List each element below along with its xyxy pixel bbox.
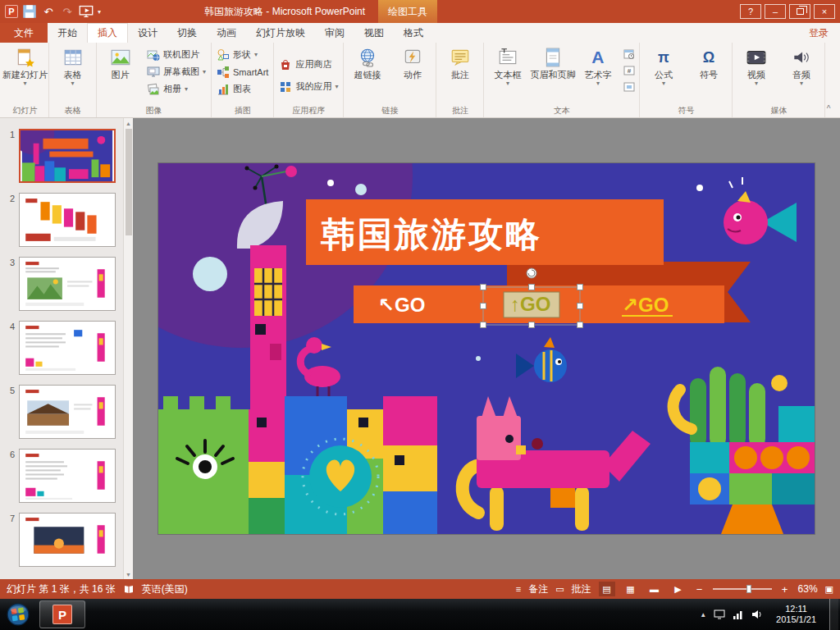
close-button[interactable]: × <box>814 4 835 19</box>
start-slideshow-button[interactable] <box>79 4 94 19</box>
show-desktop-button[interactable] <box>829 599 838 630</box>
thumbnail-preview[interactable] <box>19 513 116 567</box>
screenshot-button[interactable]: 屏幕截图 ▾ <box>143 63 210 80</box>
taskbar-powerpoint-button[interactable]: P <box>39 600 85 628</box>
thumbnail-preview[interactable] <box>19 257 116 311</box>
fit-to-window-button[interactable]: ▣ <box>825 585 833 594</box>
language-indicator[interactable]: 英语(美国) <box>142 582 188 596</box>
slide-thumbnail-2[interactable]: 2 <box>0 193 123 247</box>
textbox-button[interactable]: 文本框 ▾ <box>485 43 530 105</box>
slide-thumbnail-7[interactable]: 7 <box>0 513 123 567</box>
taskbar-clock[interactable]: 12:11 2015/1/21 <box>770 604 822 625</box>
scroll-down-icon[interactable]: ▼ <box>124 569 133 579</box>
slide-title[interactable]: 韩国旅游攻略 <box>320 215 542 253</box>
action-button[interactable]: 动作 <box>390 43 435 105</box>
tab-review[interactable]: 审阅 <box>315 23 354 43</box>
sign-in-link[interactable]: 登录 <box>797 23 840 43</box>
slide-thumbnail-4[interactable]: 4 <box>0 321 123 375</box>
zoom-slider-thumb[interactable] <box>746 585 751 593</box>
thumbnail-preview[interactable] <box>19 129 116 183</box>
tab-transitions[interactable]: 切换 <box>167 23 207 43</box>
thumbnail-preview[interactable] <box>19 193 116 247</box>
wordart-button[interactable]: A 艺术字 ▾ <box>575 43 620 105</box>
hyperlink-button[interactable]: 超链接 <box>345 43 390 105</box>
save-button[interactable] <box>22 4 37 19</box>
help-button[interactable]: ? <box>740 4 761 19</box>
network-icon[interactable] <box>733 609 744 620</box>
thumbnail-preview[interactable] <box>19 321 116 375</box>
zoom-slider[interactable] <box>713 588 772 590</box>
picture-button[interactable]: 图片 <box>98 43 143 105</box>
slide-canvas[interactable]: 韩国旅游攻略 ↖GO ↑GO <box>158 163 815 534</box>
zoom-in-button[interactable]: + <box>779 583 791 596</box>
save-icon <box>22 4 37 19</box>
volume-icon[interactable] <box>751 609 763 620</box>
slide-sorter-view-button[interactable]: ▦ <box>623 582 639 596</box>
normal-view-button[interactable]: ▤ <box>599 582 615 596</box>
zoom-out-button[interactable]: − <box>694 583 705 596</box>
window-controls: ? – × <box>740 4 840 19</box>
slide-thumbnail-6[interactable]: 6 <box>0 449 123 503</box>
comment-label: 批注 <box>451 70 469 80</box>
thumbnail-preview[interactable] <box>19 449 116 503</box>
tab-slideshow[interactable]: 幻灯片放映 <box>246 23 315 43</box>
go-link-1[interactable]: ↖GO <box>378 294 425 316</box>
thumbnail-number: 3 <box>4 257 15 311</box>
slide-editing-area: 韩国旅游攻略 ↖GO ↑GO <box>133 118 840 579</box>
reading-view-button[interactable]: ▬ <box>646 582 663 596</box>
tab-design[interactable]: 设计 <box>128 23 167 43</box>
tab-home[interactable]: 开始 <box>48 23 87 43</box>
tab-insert[interactable]: 插入 <box>87 23 128 43</box>
thumbnail-scrollbar[interactable]: ▲ ▼ <box>123 118 133 579</box>
slide-thumbnail-1[interactable]: 1 <box>0 129 123 183</box>
date-time-button[interactable] <box>622 47 637 62</box>
table-button[interactable]: 表格 ▾ <box>50 43 95 105</box>
wordart-label: 艺术字 <box>584 70 611 80</box>
video-button[interactable]: 视频 ▾ <box>733 43 778 105</box>
tab-format[interactable]: 格式 <box>394 23 433 43</box>
slide-thumbnail-5[interactable]: 5 <box>0 385 123 439</box>
monitor-tray-icon[interactable] <box>714 609 725 620</box>
collapse-ribbon-button[interactable]: ^ <box>822 104 835 116</box>
comment-button[interactable]: 批注 <box>437 43 482 105</box>
comments-toggle[interactable]: 批注 <box>572 582 591 596</box>
chart-button[interactable]: 图表 <box>212 80 272 98</box>
qat-customize-button[interactable]: ▾ <box>98 8 101 16</box>
store-button[interactable]: 应用商店 <box>275 56 342 73</box>
minimize-button[interactable]: – <box>765 4 786 19</box>
my-apps-button[interactable]: 我的应用 ▾ <box>275 78 342 95</box>
header-footer-button[interactable]: 页眉和页脚 <box>530 43 575 105</box>
rotation-handle[interactable] <box>527 268 536 278</box>
symbol-button[interactable]: Ω 符号 <box>686 43 731 105</box>
slide-number-button[interactable]: # <box>622 63 637 78</box>
zoom-level[interactable]: 63% <box>798 583 818 595</box>
restore-button[interactable] <box>789 4 810 19</box>
tab-view[interactable]: 视图 <box>354 23 394 43</box>
smartart-label: SmartArt <box>233 67 268 77</box>
hyperlink-icon <box>357 47 378 68</box>
equation-button[interactable]: π 公式 ▾ <box>641 43 686 105</box>
tab-animations[interactable]: 动画 <box>207 23 246 43</box>
thumbnail-preview[interactable] <box>19 385 116 439</box>
new-slide-button[interactable]: 新建幻灯片 ▾ <box>2 43 48 105</box>
redo-button[interactable]: ↷ <box>60 4 75 19</box>
scroll-up-icon[interactable]: ▲ <box>124 118 133 128</box>
undo-button[interactable]: ↶ <box>41 4 56 19</box>
start-button[interactable] <box>0 599 36 630</box>
notes-toggle[interactable]: 备注 <box>528 582 548 596</box>
object-button[interactable] <box>622 80 637 94</box>
shapes-button[interactable]: 形状 ▾ <box>212 46 272 63</box>
screenshot-label: 屏幕截图 <box>163 66 199 78</box>
go-link-3[interactable]: ↗GO <box>622 294 673 316</box>
online-pictures-button[interactable]: 联机图片 <box>143 46 210 63</box>
audio-button[interactable]: 音频 ▾ <box>778 43 824 105</box>
photo-album-button[interactable]: 相册 ▾ <box>143 80 210 98</box>
slideshow-view-button[interactable]: ▶ <box>670 582 687 596</box>
scrollbar-thumb[interactable] <box>126 129 132 235</box>
tray-expand-icon[interactable]: ▲ <box>700 611 706 619</box>
smartart-button[interactable]: SmartArt <box>212 63 272 80</box>
proofing-icon[interactable] <box>124 584 134 594</box>
slide-thumbnail-3[interactable]: 3 <box>0 257 123 311</box>
tab-file[interactable]: 文件 <box>0 23 48 43</box>
ribbon-group-tables: 表格 ▾ 表格 <box>49 43 97 117</box>
